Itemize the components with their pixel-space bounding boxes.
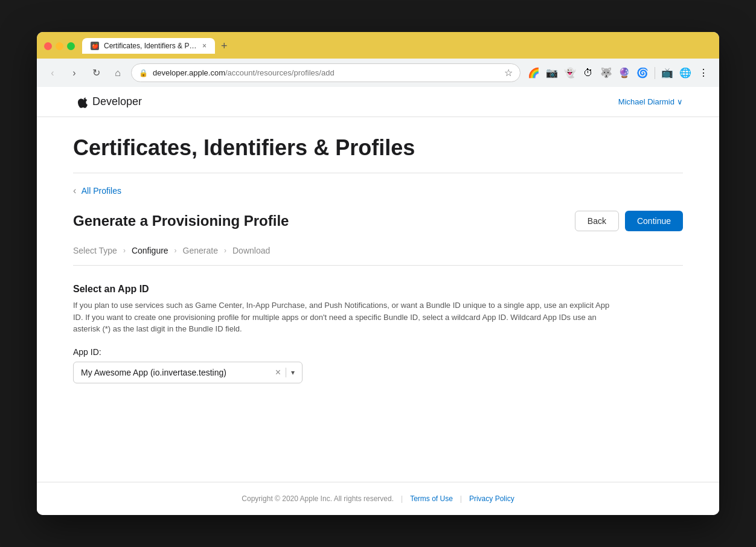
browser-titlebar: 🍎 Certificates, Identifiers & Profiles ×… — [44, 38, 712, 54]
breadcrumb-arrow-icon: ‹ — [73, 185, 76, 196]
page-title: Certificates, Identifiers & Profiles — [73, 135, 683, 173]
app-id-label: App ID: — [73, 347, 683, 357]
timer-icon[interactable]: ⏱ — [580, 65, 597, 82]
site-footer: Copyright © 2020 Apple Inc. All rights r… — [37, 482, 719, 515]
terms-of-use-link[interactable]: Terms of Use — [410, 494, 453, 503]
form-section-title: Select an App ID — [73, 284, 683, 295]
crystal-icon[interactable]: 🔮 — [616, 65, 633, 82]
step-arrow-2: › — [175, 246, 177, 255]
minimize-traffic-light[interactable] — [56, 42, 63, 50]
ghost-icon[interactable]: 👻 — [562, 65, 578, 82]
profile-icon[interactable]: 🌐 — [677, 65, 694, 82]
app-id-value: My Awesome App (io.invertase.testing) — [81, 368, 271, 377]
cast-icon[interactable]: 📺 — [659, 65, 676, 82]
step-select-type: Select Type — [73, 246, 117, 255]
apple-svg-icon — [78, 96, 88, 108]
browser-window: 🍎 Certificates, Identifiers & Profiles ×… — [37, 32, 719, 515]
user-menu[interactable]: Michael Diarmid ∨ — [618, 97, 683, 106]
back-button[interactable]: Back — [575, 211, 619, 231]
user-name: Michael Diarmid — [618, 97, 674, 106]
close-traffic-light[interactable] — [44, 42, 52, 50]
browser-toolbar: ‹ › ↻ ⌂ 🔒 developer.apple.com/account/re… — [37, 59, 719, 87]
home-button[interactable]: ⌂ — [109, 65, 126, 82]
url-display: developer.apple.com/account/resources/pr… — [153, 68, 499, 77]
tab-favicon: 🍎 — [91, 42, 99, 50]
address-bar[interactable]: 🔒 developer.apple.com/account/resources/… — [131, 63, 521, 82]
form-section: Select an App ID If you plan to use serv… — [73, 284, 683, 383]
copyright-text: Copyright © 2020 Apple Inc. All rights r… — [242, 494, 394, 503]
main-content: Certificates, Identifiers & Profiles ‹ A… — [37, 117, 719, 482]
bookmark-icon[interactable]: ☆ — [504, 67, 513, 78]
section-title: Generate a Provisioning Profile — [73, 213, 289, 229]
camera-icon[interactable]: 📷 — [543, 65, 560, 82]
continue-button[interactable]: Continue — [625, 211, 683, 231]
action-buttons: Back Continue — [575, 211, 683, 231]
url-path: /account/resources/profiles/add — [225, 68, 335, 77]
developer-text: Developer — [92, 95, 142, 108]
breadcrumb-link[interactable]: All Profiles — [82, 186, 121, 196]
wolf-icon[interactable]: 🐺 — [598, 65, 615, 82]
footer-divider: | — [401, 494, 403, 503]
form-description: If you plan to use services such as Game… — [73, 299, 617, 335]
extensions-icon[interactable]: 🌈 — [525, 65, 542, 82]
privacy-policy-link[interactable]: Privacy Policy — [469, 494, 514, 503]
dropdown-arrow-icon[interactable]: ▾ — [291, 368, 295, 377]
step-configure: Configure — [132, 246, 168, 255]
lock-icon: 🔒 — [139, 69, 148, 77]
step-arrow-3: › — [224, 246, 226, 255]
user-chevron-icon: ∨ — [677, 97, 683, 106]
browser-chrome: 🍎 Certificates, Identifiers & Profiles ×… — [37, 32, 719, 59]
menu-icon[interactable]: ⋮ — [695, 65, 712, 82]
toolbar-separator — [655, 67, 655, 79]
clear-icon[interactable]: × — [275, 367, 281, 378]
tab-close-button[interactable]: × — [202, 42, 207, 50]
select-divider — [286, 368, 286, 377]
url-base: developer.apple.com — [153, 68, 225, 77]
footer-divider-2: | — [460, 494, 462, 503]
tab-title: Certificates, Identifiers & Profiles — [104, 42, 197, 50]
swirl-icon[interactable]: 🌀 — [634, 65, 651, 82]
app-id-select[interactable]: My Awesome App (io.invertase.testing) × … — [73, 362, 303, 383]
back-nav-button[interactable]: ‹ — [44, 65, 61, 82]
forward-nav-button[interactable]: › — [66, 65, 83, 82]
reload-button[interactable]: ↻ — [88, 65, 104, 82]
progress-steps: Select Type › Configure › Generate › Dow… — [73, 246, 683, 266]
step-arrow-1: › — [123, 246, 126, 255]
page-content: Developer Michael Diarmid ∨ Certificates… — [37, 87, 719, 515]
step-generate: Generate — [183, 246, 218, 255]
new-tab-button[interactable]: + — [216, 38, 232, 54]
toolbar-icons: 🌈 📷 👻 ⏱ 🐺 🔮 🌀 📺 🌐 ⋮ — [525, 65, 712, 82]
section-header: Generate a Provisioning Profile Back Con… — [73, 211, 683, 231]
apple-developer-logo: Developer — [73, 95, 142, 108]
active-tab[interactable]: 🍎 Certificates, Identifiers & Profiles × — [82, 38, 215, 54]
browser-tabs: 🍎 Certificates, Identifiers & Profiles ×… — [82, 38, 712, 54]
breadcrumb[interactable]: ‹ All Profiles — [73, 185, 683, 196]
traffic-lights — [44, 42, 75, 50]
step-download: Download — [232, 246, 270, 255]
site-header: Developer Michael Diarmid ∨ — [37, 87, 719, 117]
maximize-traffic-light[interactable] — [67, 42, 75, 50]
